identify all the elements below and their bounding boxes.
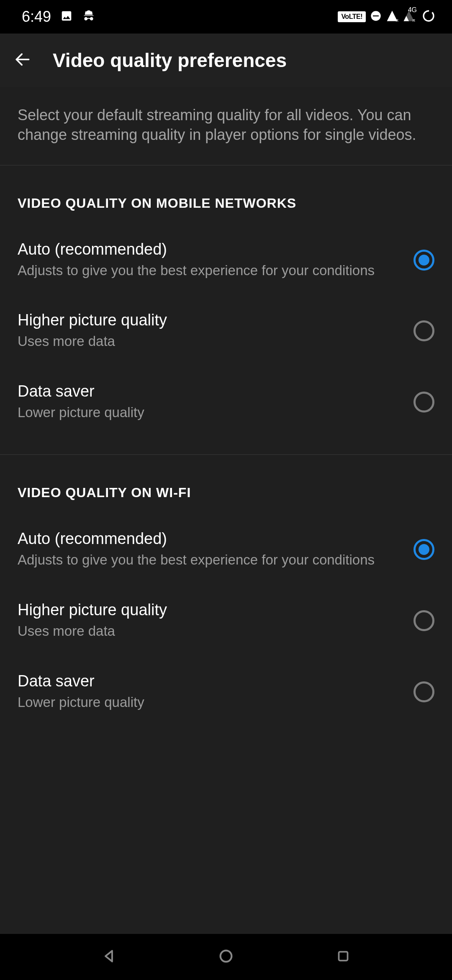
option-title: Data saver — [18, 672, 401, 690]
option-text: Data saver Lower picture quality — [18, 672, 401, 712]
radio-button[interactable] — [413, 610, 434, 631]
option-wifi-auto[interactable]: Auto (recommended) Adjusts to give you t… — [0, 514, 452, 585]
option-text: Auto (recommended) Adjusts to give you t… — [18, 240, 401, 280]
option-text: Auto (recommended) Adjusts to give you t… — [18, 530, 401, 569]
page-title: Video quality preferences — [53, 49, 287, 72]
do-not-disturb-icon — [370, 10, 382, 23]
svg-rect-7 — [339, 952, 348, 961]
radio-button[interactable] — [413, 250, 434, 271]
back-arrow-icon — [13, 50, 32, 70]
radio-button[interactable] — [413, 681, 434, 702]
option-title: Auto (recommended) — [18, 240, 401, 258]
signal-icon-2: R 4G — [403, 10, 415, 24]
nav-back-button[interactable] — [98, 946, 119, 967]
navigation-bar — [0, 934, 452, 980]
option-wifi-higher[interactable]: Higher picture quality Uses more data — [0, 585, 452, 656]
svg-text:R: R — [413, 18, 415, 22]
option-text: Data saver Lower picture quality — [18, 382, 401, 422]
option-subtitle: Uses more data — [18, 622, 401, 640]
svg-point-4 — [422, 9, 435, 23]
content-area: Select your default streaming quality fo… — [0, 87, 452, 934]
nav-home-button[interactable] — [216, 946, 236, 967]
svg-rect-1 — [373, 15, 379, 16]
loading-icon — [422, 9, 435, 24]
back-button[interactable] — [13, 50, 33, 70]
volte-icon: VoLTE! — [338, 11, 366, 22]
description-block: Select your default streaming quality fo… — [0, 87, 452, 165]
signal-icon-1: R — [386, 10, 398, 24]
option-title: Auto (recommended) — [18, 530, 401, 548]
option-subtitle: Adjusts to give you the best experience … — [18, 551, 401, 569]
radio-button[interactable] — [413, 320, 434, 341]
section-header-mobile: VIDEO QUALITY ON MOBILE NETWORKS — [0, 165, 452, 224]
section-wifi: VIDEO QUALITY ON WI-FI Auto (recommended… — [0, 455, 452, 744]
network-4g-label: 4G — [408, 6, 417, 14]
option-text: Higher picture quality Uses more data — [18, 311, 401, 351]
radio-button[interactable] — [413, 392, 434, 413]
section-header-wifi: VIDEO QUALITY ON WI-FI — [0, 455, 452, 514]
option-text: Higher picture quality Uses more data — [18, 601, 401, 640]
status-bar: 6:49 VoLTE! R R 4G — [0, 0, 452, 34]
picture-icon — [60, 10, 73, 24]
status-time: 6:49 — [22, 8, 51, 26]
option-wifi-data-saver[interactable]: Data saver Lower picture quality — [0, 656, 452, 727]
option-mobile-data-saver[interactable]: Data saver Lower picture quality — [0, 366, 452, 438]
option-title: Higher picture quality — [18, 601, 401, 619]
app-bar: Video quality preferences — [0, 34, 452, 87]
description-text: Select your default streaming quality fo… — [18, 106, 435, 145]
section-mobile-networks: VIDEO QUALITY ON MOBILE NETWORKS Auto (r… — [0, 165, 452, 455]
svg-text:R: R — [396, 18, 398, 22]
nav-back-icon — [101, 948, 117, 966]
option-title: Data saver — [18, 382, 401, 400]
option-title: Higher picture quality — [18, 311, 401, 329]
status-right-group: VoLTE! R R 4G — [338, 9, 435, 24]
option-subtitle: Lower picture quality — [18, 404, 401, 422]
option-mobile-auto[interactable]: Auto (recommended) Adjusts to give you t… — [0, 224, 452, 296]
option-subtitle: Lower picture quality — [18, 694, 401, 712]
svg-point-6 — [221, 951, 232, 962]
nav-home-icon — [218, 948, 234, 966]
option-subtitle: Adjusts to give you the best experience … — [18, 262, 401, 280]
option-mobile-higher[interactable]: Higher picture quality Uses more data — [0, 295, 452, 366]
radio-button[interactable] — [413, 539, 434, 560]
incognito-icon — [82, 9, 95, 24]
nav-recents-icon — [336, 949, 351, 965]
status-left-group: 6:49 — [22, 8, 95, 26]
option-subtitle: Uses more data — [18, 333, 401, 351]
nav-recents-button[interactable] — [333, 946, 354, 967]
